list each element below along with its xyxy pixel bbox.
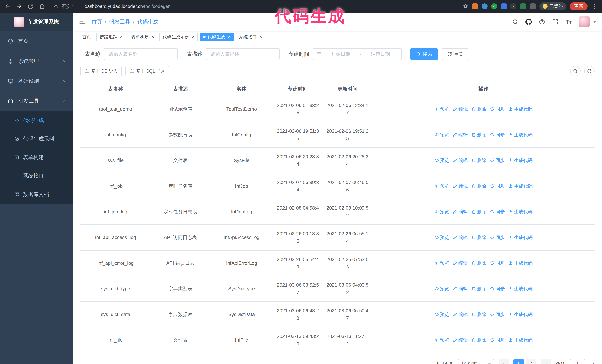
- extension-icon-2[interactable]: [482, 3, 487, 9]
- generate-code-action[interactable]: 生成代码: [508, 311, 533, 318]
- sync-action[interactable]: 同步: [490, 183, 505, 190]
- generate-code-action[interactable]: 生成代码: [508, 234, 533, 241]
- reset-button[interactable]: 重置: [441, 48, 469, 60]
- breadcrumb-item-1[interactable]: 研发工具: [109, 19, 130, 25]
- avatar-caret-icon[interactable]: [593, 21, 596, 23]
- delete-action[interactable]: 删除: [472, 336, 486, 344]
- generate-code-action[interactable]: 生成代码: [508, 208, 533, 215]
- generate-code-action[interactable]: 生成代码: [508, 285, 533, 292]
- tab-0[interactable]: 首页: [79, 32, 95, 41]
- browser-back-icon[interactable]: [4, 3, 11, 10]
- extension-icon-1[interactable]: [472, 3, 478, 9]
- address-bar[interactable]: 不安全 dashboard.yudao.iocoder.cn/tool/code…: [53, 3, 171, 10]
- tab-2[interactable]: 表单构建×: [128, 32, 157, 41]
- delete-action[interactable]: 删除: [472, 131, 486, 138]
- preview-action[interactable]: 预览: [434, 131, 449, 138]
- edit-action[interactable]: 编辑: [453, 131, 468, 138]
- app-logo[interactable]: 芋道管理系统: [0, 13, 73, 31]
- edit-action[interactable]: 编辑: [453, 285, 468, 292]
- sync-action[interactable]: 同步: [490, 311, 505, 318]
- tab-close-icon[interactable]: ×: [151, 35, 154, 39]
- paused-extension-badge[interactable]: 已暂停: [539, 2, 566, 10]
- page-button-1[interactable]: 1: [514, 359, 524, 364]
- browser-forward-icon[interactable]: [16, 3, 22, 10]
- page-size-select[interactable]: 10条/页: [458, 359, 494, 364]
- page-button-2[interactable]: 2: [526, 359, 537, 364]
- delete-action[interactable]: 删除: [472, 234, 486, 241]
- table-name-input[interactable]: [104, 48, 178, 60]
- delete-action[interactable]: 删除: [472, 157, 486, 164]
- sidebar-subitem-1[interactable]: 代码生成示例: [0, 130, 73, 148]
- tab-close-icon[interactable]: ×: [258, 35, 262, 39]
- preview-action[interactable]: 预览: [434, 105, 449, 113]
- generate-code-action[interactable]: 生成代码: [508, 260, 533, 267]
- edit-action[interactable]: 编辑: [453, 234, 468, 241]
- sidebar-subitem-4[interactable]: 数据库文档: [0, 185, 73, 204]
- tab-5[interactable]: 系统接口×: [236, 32, 265, 41]
- tab-3[interactable]: 代码生成示例×: [159, 32, 198, 41]
- preview-action[interactable]: 预览: [434, 208, 449, 215]
- goto-page-input[interactable]: [570, 359, 585, 364]
- edit-action[interactable]: 编辑: [453, 157, 468, 164]
- generate-code-action[interactable]: 生成代码: [508, 336, 533, 344]
- table-desc-input[interactable]: [206, 48, 280, 60]
- edit-action[interactable]: 编辑: [453, 183, 468, 190]
- browser-menu-icon[interactable]: [591, 3, 598, 10]
- preview-action[interactable]: 预览: [434, 336, 449, 344]
- search-button[interactable]: 搜索: [410, 48, 438, 60]
- fullscreen-icon[interactable]: [552, 19, 559, 25]
- delete-action[interactable]: 删除: [472, 285, 486, 292]
- import-db-button[interactable]: 基于 DB 导入: [80, 66, 122, 76]
- sidebar-item-1[interactable]: 系统管理: [0, 51, 73, 71]
- extension-icon-6[interactable]: [520, 3, 526, 9]
- preview-action[interactable]: 预览: [434, 157, 449, 164]
- edit-action[interactable]: 编辑: [453, 208, 468, 215]
- bookmark-star-icon[interactable]: [463, 3, 468, 9]
- hamburger-icon[interactable]: [79, 19, 86, 25]
- sidebar-item-2[interactable]: 基础设施: [0, 71, 73, 91]
- sidebar-subitem-3[interactable]: 系统接口: [0, 167, 73, 185]
- sync-action[interactable]: 同步: [490, 234, 505, 241]
- sync-action[interactable]: 同步: [490, 208, 505, 215]
- delete-action[interactable]: 删除: [472, 183, 486, 190]
- tab-4[interactable]: 代码生成×: [200, 32, 234, 41]
- start-date-placeholder[interactable]: 开始日期: [323, 51, 358, 57]
- tab-1[interactable]: 链路追踪×: [96, 32, 126, 41]
- sync-action[interactable]: 同步: [490, 336, 505, 344]
- avatar[interactable]: [579, 16, 590, 27]
- preview-action[interactable]: 预览: [434, 260, 449, 267]
- browser-home-icon[interactable]: [39, 3, 45, 10]
- sync-action[interactable]: 同步: [490, 285, 505, 292]
- edit-action[interactable]: 编辑: [453, 336, 468, 344]
- prev-page-button[interactable]: [499, 359, 509, 364]
- browser-update-button[interactable]: 更新: [570, 2, 588, 10]
- date-range-picker[interactable]: 开始日期 - 结束日期: [313, 48, 402, 60]
- toggle-search-button[interactable]: [570, 66, 580, 76]
- breadcrumb-item-2[interactable]: 代码生成: [138, 19, 158, 25]
- delete-action[interactable]: 删除: [472, 311, 486, 318]
- sync-action[interactable]: 同步: [490, 105, 505, 113]
- generate-code-action[interactable]: 生成代码: [508, 157, 533, 164]
- delete-action[interactable]: 删除: [472, 105, 486, 113]
- edit-action[interactable]: 编辑: [453, 260, 468, 267]
- preview-action[interactable]: 预览: [434, 311, 449, 318]
- sidebar-subitem-0[interactable]: 代码生成: [0, 111, 73, 130]
- next-page-button[interactable]: [541, 359, 551, 364]
- preview-action[interactable]: 预览: [434, 183, 449, 190]
- extension-icon-3[interactable]: ✓: [491, 3, 497, 9]
- tab-close-icon[interactable]: ×: [227, 35, 230, 39]
- edit-action[interactable]: 编辑: [453, 105, 468, 113]
- font-size-icon[interactable]: TT: [566, 19, 572, 25]
- delete-action[interactable]: 删除: [472, 260, 486, 267]
- github-icon[interactable]: [526, 19, 532, 25]
- sidebar-item-3[interactable]: 研发工具: [0, 91, 73, 111]
- tab-close-icon[interactable]: ×: [191, 35, 194, 39]
- breadcrumb-item-0[interactable]: 首页: [92, 19, 102, 25]
- delete-action[interactable]: 删除: [472, 208, 486, 215]
- sidebar-item-0[interactable]: 首页: [0, 31, 73, 51]
- end-date-placeholder[interactable]: 结束日期: [363, 51, 398, 57]
- generate-code-action[interactable]: 生成代码: [508, 183, 533, 190]
- help-icon[interactable]: [539, 19, 545, 25]
- generate-code-action[interactable]: 生成代码: [508, 105, 533, 113]
- browser-reload-icon[interactable]: [27, 3, 34, 10]
